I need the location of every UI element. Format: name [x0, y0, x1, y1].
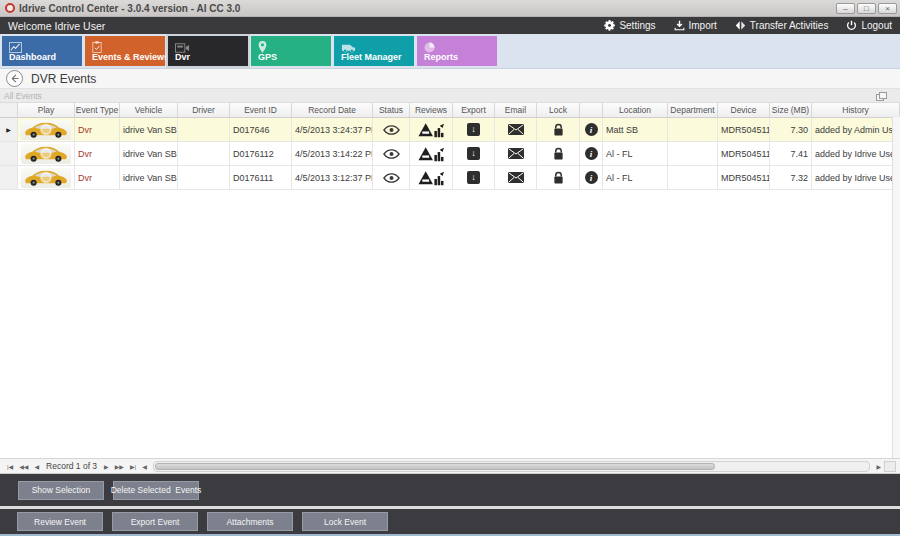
- column-header-lock[interactable]: Lock: [537, 103, 580, 117]
- tab-reports[interactable]: Reports: [417, 36, 497, 66]
- lock-cell[interactable]: [537, 166, 580, 189]
- vertical-scrollbar[interactable]: [892, 117, 900, 458]
- reviews-cell[interactable]: [410, 118, 453, 141]
- logout-button[interactable]: Logout: [846, 20, 892, 31]
- vehicle-video-thumbnail[interactable]: [21, 144, 71, 164]
- export-cell[interactable]: ↓: [453, 118, 495, 141]
- event-id-cell: D017646: [230, 118, 292, 141]
- status-cell[interactable]: [373, 118, 410, 141]
- lock-event-button[interactable]: Lock Event: [302, 512, 388, 531]
- export-grid-icon[interactable]: [876, 92, 886, 100]
- maximize-button[interactable]: □: [857, 3, 876, 14]
- status-cell[interactable]: [373, 166, 410, 189]
- eye-icon: [383, 149, 400, 159]
- logout-label: Logout: [861, 20, 892, 31]
- reviews-cell[interactable]: [410, 166, 453, 189]
- import-label: Import: [689, 20, 717, 31]
- email-cell[interactable]: [495, 166, 537, 189]
- settings-button[interactable]: Settings: [604, 20, 655, 31]
- column-header-history[interactable]: History: [812, 103, 900, 117]
- scroll-right-arrow[interactable]: ▶: [873, 463, 884, 470]
- lock-cell[interactable]: [537, 118, 580, 141]
- next-record-button[interactable]: ▶: [101, 463, 112, 470]
- column-header-size[interactable]: Size (MB): [770, 103, 812, 117]
- info-icon: i: [585, 123, 598, 136]
- grid-empty-area: [0, 190, 900, 458]
- column-header-event-id[interactable]: Event ID: [230, 103, 292, 117]
- import-button[interactable]: Import: [674, 20, 717, 31]
- record-navigator: |◀ ◀◀ ◀ Record 1 of 3 ▶ ▶▶ ▶| ◀ ▶: [0, 458, 900, 474]
- column-header-record-date[interactable]: Record Date: [292, 103, 373, 117]
- prev-record-button[interactable]: ◀: [31, 463, 42, 470]
- minimize-button[interactable]: –: [836, 3, 855, 14]
- play-cell[interactable]: [18, 142, 75, 165]
- play-cell[interactable]: [18, 166, 75, 189]
- vehicle-video-thumbnail[interactable]: [21, 168, 71, 188]
- table-row[interactable]: ▶ Dvr idrive Van SB D017646 4/5/2013 3:2…: [0, 118, 900, 142]
- vehicle-video-thumbnail[interactable]: [21, 120, 71, 140]
- column-header-device[interactable]: Device: [718, 103, 770, 117]
- tab-label: GPS: [258, 52, 277, 62]
- envelope-icon: [508, 124, 524, 135]
- department-cell: [668, 166, 718, 189]
- column-header-vehicle[interactable]: Vehicle: [120, 103, 178, 117]
- export-event-button[interactable]: Export Event: [112, 512, 198, 531]
- location-cell: Matt SB: [603, 118, 668, 141]
- delete-selected-events-button[interactable]: Delete Selected Events: [113, 481, 199, 500]
- tab-gps[interactable]: GPS: [251, 36, 331, 66]
- column-header-event-type[interactable]: Event Type: [75, 103, 120, 117]
- info-cell[interactable]: i: [580, 142, 603, 165]
- history-cell: added by Idrive User on loca: [812, 142, 900, 165]
- map-pin-icon: [258, 39, 331, 51]
- column-header-status[interactable]: Status: [373, 103, 410, 117]
- table-row[interactable]: Dvr idrive Van SB D0176111 4/5/2013 3:12…: [0, 166, 900, 190]
- horizontal-scrollbar[interactable]: [153, 461, 871, 472]
- review-event-button[interactable]: Review Event: [17, 512, 103, 531]
- play-cell[interactable]: [18, 118, 75, 141]
- export-cell[interactable]: ↓: [453, 142, 495, 165]
- column-header-location[interactable]: Location: [603, 103, 668, 117]
- column-header-export[interactable]: Export: [453, 103, 495, 117]
- tab-fleet-manager[interactable]: Fleet Manager: [334, 36, 414, 66]
- download-icon: ↓: [467, 123, 480, 136]
- size-cell: 7.32: [770, 166, 812, 189]
- record-count-label: Record 1 of 3: [42, 461, 101, 471]
- event-type-cell: Dvr: [75, 166, 120, 189]
- column-header-department[interactable]: Department: [668, 103, 718, 117]
- table-row[interactable]: Dvr idrive Van SB D0176112 4/5/2013 3:14…: [0, 142, 900, 166]
- export-cell[interactable]: ↓: [453, 166, 495, 189]
- app-icon: [5, 3, 15, 13]
- column-header-reviews[interactable]: Reviews: [410, 103, 453, 117]
- lock-cell[interactable]: [537, 142, 580, 165]
- row-indicator: [0, 142, 18, 165]
- module-tab-strip: Dashboard Events & Reviews Dvr GPS Fleet…: [0, 34, 900, 69]
- tab-events-reviews[interactable]: Events & Reviews: [85, 36, 165, 66]
- next-page-button[interactable]: ▶▶: [112, 463, 127, 470]
- eye-icon: [383, 173, 400, 183]
- reviews-cell[interactable]: [410, 142, 453, 165]
- prev-page-button[interactable]: ◀◀: [16, 463, 31, 470]
- info-cell[interactable]: i: [580, 118, 603, 141]
- envelope-icon: [508, 148, 524, 159]
- pie-chart-icon: [424, 39, 497, 51]
- column-header-driver[interactable]: Driver: [178, 103, 230, 117]
- email-cell[interactable]: [495, 142, 537, 165]
- close-button[interactable]: ×: [878, 3, 897, 14]
- last-record-button[interactable]: ▶|: [127, 463, 139, 470]
- tab-dvr[interactable]: Dvr: [168, 36, 248, 66]
- tab-dashboard[interactable]: Dashboard: [2, 36, 82, 66]
- attachments-button[interactable]: Attachments: [207, 512, 293, 531]
- scroll-left-arrow[interactable]: ◀: [139, 463, 150, 470]
- show-selection-button[interactable]: Show Selection: [18, 481, 104, 500]
- tab-label: Reports: [424, 52, 458, 62]
- status-cell[interactable]: [373, 142, 410, 165]
- back-button[interactable]: [6, 70, 23, 87]
- history-cell: added by Admin User on loca: [812, 118, 900, 141]
- first-record-button[interactable]: |◀: [4, 463, 16, 470]
- column-header-email[interactable]: Email: [495, 103, 537, 117]
- email-cell[interactable]: [495, 118, 537, 141]
- info-cell[interactable]: i: [580, 166, 603, 189]
- column-header-play[interactable]: Play: [18, 103, 75, 117]
- transfer-activities-button[interactable]: Transfer Activities: [735, 20, 829, 31]
- horizontal-scrollbar-thumb[interactable]: [155, 463, 715, 470]
